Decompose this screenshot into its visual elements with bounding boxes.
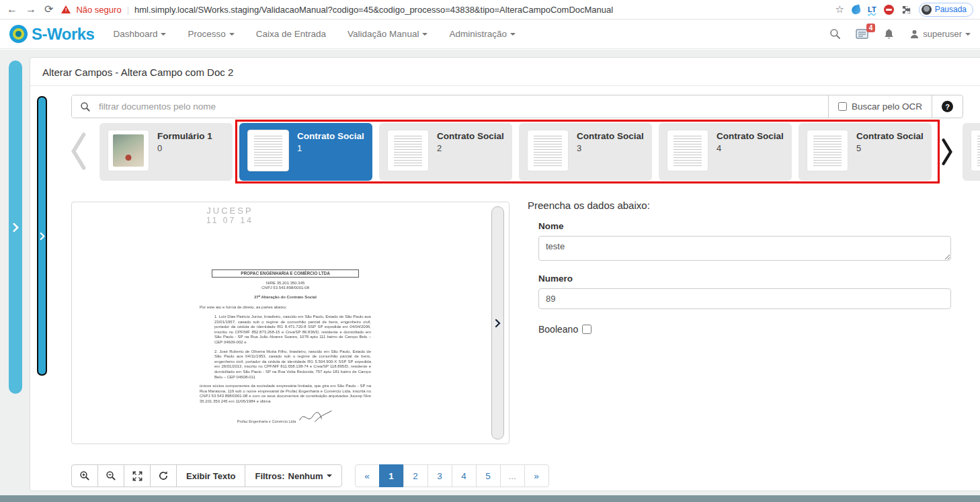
- nome-label: Nome: [538, 221, 952, 231]
- nav-item-label: Dashboard: [113, 29, 157, 39]
- pagination-page-2[interactable]: 2: [403, 464, 428, 487]
- nav-item-dashboard[interactable]: Dashboard: [113, 29, 166, 39]
- doc-thumbnail: [387, 130, 429, 171]
- doc-thumbnail: [667, 130, 708, 171]
- security-warning[interactable]: Não seguro: [76, 5, 121, 15]
- pagination-page-3[interactable]: 3: [427, 464, 452, 487]
- doc-filter-input[interactable]: [99, 95, 828, 118]
- search-icon: [72, 95, 99, 118]
- pagination-ellipsis: ...: [500, 464, 525, 487]
- booleano-option[interactable]: Booleano: [538, 324, 952, 335]
- sworks-logo-icon: [9, 25, 28, 43]
- footer-strip: [0, 495, 980, 502]
- booleano-checkbox[interactable]: [582, 325, 591, 334]
- fullscreen-button[interactable]: [124, 464, 151, 487]
- pagination-last[interactable]: »: [524, 464, 549, 487]
- carousel-item-contrato-social-4[interactable]: Contrato Social 4: [659, 123, 792, 181]
- browser-profile-chip[interactable]: Pausada: [919, 3, 973, 17]
- document-carousel: Formulário 1 0 Contrato Social 1: [30, 123, 980, 181]
- page-content: Alterar Campos - Altera Campo com Doc 2 …: [0, 50, 980, 502]
- nome-field[interactable]: teste: [538, 236, 951, 261]
- doc-nire: NIRE 35.201.350.345: [200, 281, 371, 286]
- app-navbar: S-Works Dashboard Processo Caixa de Entr…: [0, 19, 980, 49]
- avatar: [922, 5, 932, 15]
- carousel-item-contrato-social-2[interactable]: Contrato Social 2: [379, 123, 512, 181]
- rotate-refresh-button[interactable]: [150, 464, 177, 487]
- pagination-first[interactable]: «: [355, 464, 380, 487]
- numero-label: Numero: [538, 274, 952, 284]
- username: superuser: [923, 29, 962, 39]
- help-button[interactable]: ?: [932, 95, 963, 118]
- card-title: Contrato Social: [577, 131, 644, 141]
- caret-down-icon: [327, 474, 332, 477]
- navbar-bell-icon[interactable]: [883, 28, 895, 40]
- fullscreen-icon: [132, 471, 142, 481]
- bookmark-star-icon[interactable]: ☆: [835, 3, 844, 15]
- pagination-page-5[interactable]: 5: [476, 464, 501, 487]
- nav-item-label: Processo: [188, 29, 225, 39]
- card-number: 2: [437, 143, 504, 153]
- card-title: Contrato Social: [297, 131, 364, 141]
- filtros-dropdown[interactable]: Filtros: Nenhum: [245, 464, 341, 487]
- ocr-search-option[interactable]: Buscar pelo OCR: [828, 95, 932, 118]
- form-heading: Preencha os dados abaixo:: [528, 200, 952, 211]
- profile-label: Pausada: [935, 5, 967, 14]
- nav-item-validacao-manual[interactable]: Validação Manual: [348, 29, 427, 39]
- page-pagination: « 1 2 3 4 5 ... »: [355, 464, 549, 487]
- ocr-checkbox[interactable]: [838, 102, 847, 111]
- card-number: 3: [577, 143, 644, 153]
- browser-back-button[interactable]: ←: [7, 4, 17, 15]
- navbar-messages-icon[interactable]: 4: [856, 29, 868, 39]
- brand-logo-link[interactable]: S-Works: [9, 25, 94, 44]
- url-text[interactable]: hml.simply.local/SWorks.staging/Validaca…: [134, 5, 613, 15]
- card-title: Contrato Social: [437, 131, 504, 141]
- document-filter-group: Buscar pelo OCR ?: [71, 95, 963, 118]
- zoom-out-button[interactable]: [97, 464, 124, 487]
- exibir-texto-button[interactable]: Exibir Texto: [176, 464, 245, 487]
- carousel-prev-button[interactable]: [71, 132, 86, 170]
- doc-footer-company: Profac Engenharia e Comércio Ltda: [237, 419, 296, 425]
- filtros-label: Filtros:: [255, 471, 284, 481]
- doc-thumbnail: [971, 130, 980, 171]
- doc-company: PROPAC ENGENHARIA E COMÉRCIO LTDA: [212, 269, 359, 278]
- browser-reload-button[interactable]: ⟳: [44, 4, 53, 15]
- navbar-search-icon[interactable]: [829, 28, 841, 40]
- carousel-item-contrato-social-1[interactable]: Contrato Social 1: [239, 123, 372, 181]
- doc-scan-text: PROPAC ENGENHARIA E COMÉRCIO LTDA NIRE 3…: [200, 269, 371, 424]
- carousel-next-button[interactable]: [938, 123, 956, 181]
- ocr-label: Buscar pelo OCR: [852, 101, 922, 112]
- nav-item-administracao[interactable]: Administração: [449, 29, 516, 39]
- extension-red-icon[interactable]: [884, 5, 894, 15]
- preview-expand-handle[interactable]: [491, 206, 504, 440]
- numero-field[interactable]: [538, 288, 951, 309]
- zoom-in-button[interactable]: [71, 464, 98, 487]
- extension-feather-icon[interactable]: [851, 4, 862, 15]
- nav-item-label: Validação Manual: [348, 29, 419, 39]
- pagination-page-4[interactable]: 4: [452, 464, 477, 487]
- booleano-label: Booleano: [538, 324, 578, 335]
- card-number: 5: [856, 143, 924, 153]
- caret-down-icon: [422, 33, 427, 36]
- carousel-item-formulario-1[interactable]: Formulário 1 0: [99, 123, 233, 181]
- refresh-icon: [158, 470, 169, 481]
- card-title: Contrato Social: [856, 131, 924, 141]
- nav-item-label: Caixa de Entrada: [256, 29, 326, 39]
- nav-item-label: Administração: [449, 29, 507, 39]
- zoom-in-icon: [79, 470, 90, 481]
- doc-thumbnail: [807, 130, 848, 171]
- user-menu[interactable]: superuser: [909, 29, 971, 39]
- expand-left-panel-handle[interactable]: [9, 60, 22, 394]
- nav-item-processo[interactable]: Processo: [188, 29, 234, 39]
- card-number: 4: [717, 143, 784, 153]
- carousel-item-contrato-social-5[interactable]: Contrato Social 5: [799, 123, 932, 181]
- extensions-puzzle-icon[interactable]: [901, 5, 911, 15]
- caret-down-icon: [965, 33, 971, 36]
- extension-lt-icon[interactable]: LT: [868, 5, 876, 13]
- browser-forward-button[interactable]: →: [26, 4, 36, 15]
- caret-down-icon: [161, 33, 166, 36]
- nav-item-caixa-de-entrada[interactable]: Caixa de Entrada: [256, 29, 326, 39]
- carousel-item-partial[interactable]: [963, 123, 980, 181]
- carousel-item-contrato-social-3[interactable]: Contrato Social 3: [519, 123, 652, 181]
- pagination-page-1[interactable]: 1: [379, 464, 404, 487]
- address-bar[interactable]: Não seguro | hml.simply.local/SWorks.sta…: [61, 5, 827, 15]
